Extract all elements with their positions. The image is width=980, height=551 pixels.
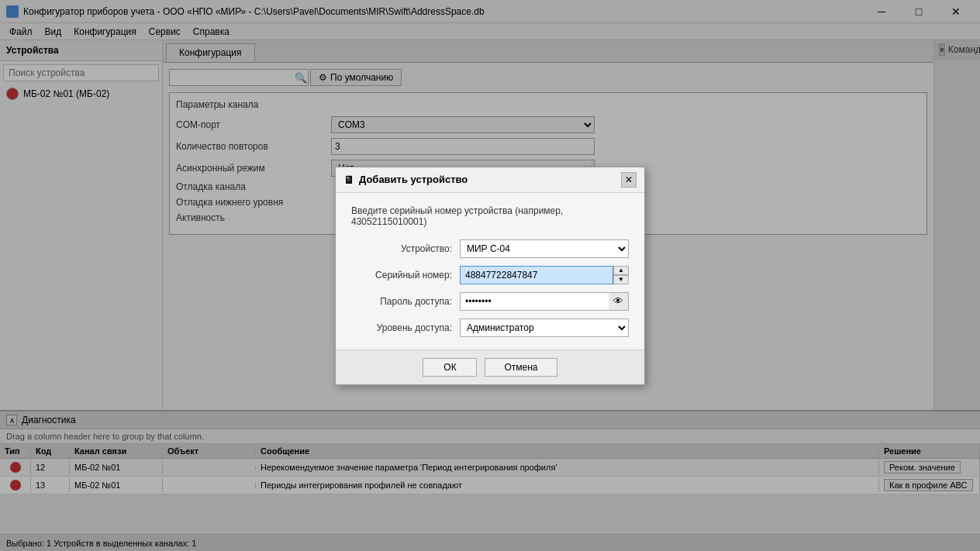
form-label-serial: Серийный номер: — [351, 270, 460, 281]
dialog-title: 🖥 Добавить устройство — [343, 174, 468, 186]
serial-number-input[interactable] — [460, 266, 613, 284]
dialog-title-text: Добавить устройство — [359, 174, 468, 185]
form-label-access: Уровень доступа: — [351, 322, 460, 333]
dialog-title-icon: 🖥 — [343, 174, 354, 186]
form-label-password: Пароль доступа: — [351, 296, 460, 307]
password-wrapper: 👁 — [460, 292, 629, 311]
dialog-footer: ОК Отмена — [336, 350, 644, 384]
serial-spinner-up[interactable]: ▲ — [613, 266, 629, 275]
serial-spinner-down[interactable]: ▼ — [613, 275, 629, 284]
dialog-overlay: 🖥 Добавить устройство ✕ Введите серийный… — [0, 0, 980, 551]
dialog-hint: Введите серийный номер устройства (напри… — [351, 205, 629, 227]
serial-spinner-wrapper: ▲ ▼ — [460, 266, 629, 284]
dialog-close-button[interactable]: ✕ — [621, 172, 637, 188]
dialog-title-bar: 🖥 Добавить устройство ✕ — [336, 167, 644, 193]
password-input[interactable] — [460, 292, 629, 311]
dialog-body: Введите серийный номер устройства (напри… — [336, 193, 644, 350]
dialog-ok-button[interactable]: ОК — [423, 358, 477, 377]
form-row-password: Пароль доступа: 👁 — [351, 292, 629, 311]
serial-spinner-buttons: ▲ ▼ — [613, 266, 629, 284]
dialog-form: Устройство: МИР С-04 Серийный номер: ▲ ▼ — [351, 239, 629, 337]
add-device-dialog: 🖥 Добавить устройство ✕ Введите серийный… — [335, 167, 645, 385]
password-toggle-button[interactable]: 👁 — [609, 292, 629, 311]
form-row-device: Устройство: МИР С-04 — [351, 239, 629, 258]
form-row-serial: Серийный номер: ▲ ▼ — [351, 266, 629, 284]
access-level-select[interactable]: Администратор — [460, 319, 629, 337]
form-label-device: Устройство: — [351, 243, 460, 254]
dialog-cancel-button[interactable]: Отмена — [485, 358, 557, 377]
form-row-access: Уровень доступа: Администратор — [351, 319, 629, 337]
device-type-select[interactable]: МИР С-04 — [460, 239, 629, 258]
